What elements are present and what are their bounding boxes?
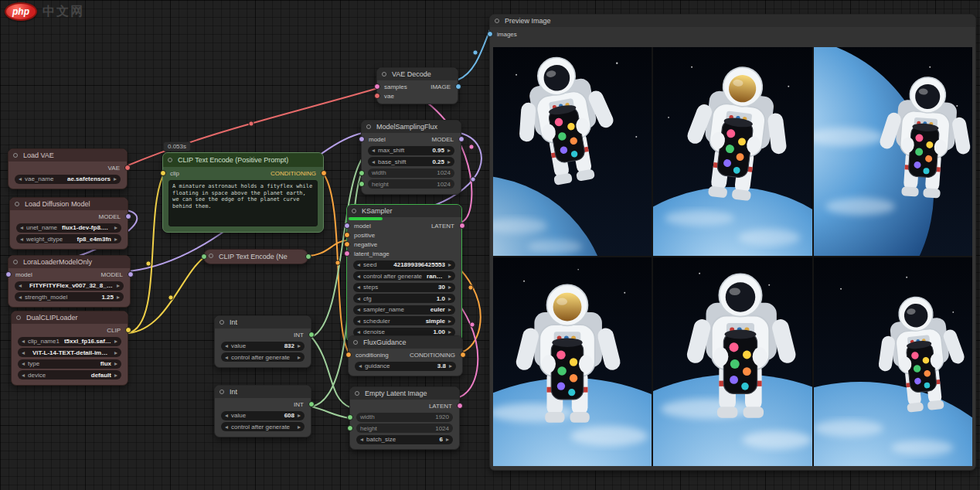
widget-type[interactable]: type flux xyxy=(18,359,121,369)
node-model-sampling-flux[interactable]: ModelSamplingFlux model MODEL max_shift … xyxy=(361,120,461,195)
output-slot-latent[interactable] xyxy=(459,223,465,229)
input-slot-model[interactable] xyxy=(5,271,12,277)
preview-image-4[interactable] xyxy=(493,257,652,466)
node-titlebar[interactable]: KSampler xyxy=(347,205,461,217)
widget-lora-name[interactable]: FITYFITYFlex_v007_32_8_rank32_bf16 ... xyxy=(15,281,124,291)
widget-cfg[interactable]: cfg 1.0 xyxy=(353,294,455,303)
widget-clip-name1[interactable]: clip_name1 t5xxl_fp16.safetensors xyxy=(18,337,121,346)
node-clip-text-encode-positive[interactable]: CLIP Text Encode (Positive Prompt) clip … xyxy=(162,152,324,233)
widget-device[interactable]: device default xyxy=(18,370,121,379)
widget-vae-name[interactable]: vae_name ae.safetensors xyxy=(15,175,121,184)
input-slot-height[interactable] xyxy=(347,425,353,431)
collapse-icon[interactable] xyxy=(352,209,356,213)
widget-steps[interactable]: steps 30 xyxy=(353,283,455,292)
widget-scheduler[interactable]: scheduler simple xyxy=(353,316,455,325)
node-vae-decode[interactable]: VAE Decode samples IMAGE vae xyxy=(376,67,458,104)
output-slot-int[interactable] xyxy=(308,332,315,338)
output-slot-int[interactable] xyxy=(308,401,315,407)
input-slot-width[interactable] xyxy=(347,414,353,420)
preview-image-5[interactable] xyxy=(653,257,812,466)
collapsed-output-slot[interactable] xyxy=(305,254,311,260)
input-slot-model[interactable] xyxy=(359,136,365,142)
node-int-height[interactable]: Int INT value 608 control after generate… xyxy=(214,385,311,437)
node-load-diffusion-model[interactable]: Load Diffusion Model MODEL unet_name flu… xyxy=(9,197,128,250)
widget-unet-name[interactable]: unet_name flux1-dev-fp8.safetensors xyxy=(16,223,121,233)
node-titlebar[interactable]: LoraLoaderModelOnly xyxy=(9,256,130,268)
widget-base-shift[interactable]: base_shift 0.25 xyxy=(368,157,454,166)
input-slot-conditioning[interactable] xyxy=(345,352,352,358)
output-slot-model[interactable] xyxy=(458,136,464,142)
widget-seed[interactable]: seed 421899396425553 xyxy=(353,260,455,270)
input-slot-latent-image[interactable] xyxy=(344,250,350,257)
node-lora-loader-model-only[interactable]: LoraLoaderModelOnly model MODEL FITYFITY… xyxy=(8,255,131,308)
input-widget-height[interactable]: height 1024 xyxy=(356,424,453,433)
input-slot-negative[interactable] xyxy=(344,241,350,247)
node-titlebar[interactable]: Preview Image xyxy=(490,15,975,27)
collapse-icon[interactable] xyxy=(382,72,386,77)
output-slot-clip[interactable] xyxy=(125,327,131,333)
collapse-icon[interactable] xyxy=(219,320,224,325)
node-preview-image[interactable]: Preview Image images xyxy=(489,14,976,471)
output-slot-conditioning[interactable] xyxy=(460,352,466,358)
input-widget-height[interactable]: height 1024 xyxy=(368,179,454,189)
collapsed-input-slot[interactable] xyxy=(201,254,207,260)
preview-image-3[interactable] xyxy=(814,47,972,256)
collapse-icon[interactable] xyxy=(16,315,21,320)
node-titlebar[interactable]: DualCLIPLoader xyxy=(12,311,128,324)
node-titlebar[interactable]: Load Diffusion Model xyxy=(10,198,128,210)
node-load-vae[interactable]: Load VAE VAE vae_name ae.safetensors xyxy=(8,148,128,189)
input-slot-clip[interactable] xyxy=(160,170,166,176)
node-titlebar[interactable]: CLIP Text Encode (Positive Prompt) xyxy=(163,153,323,167)
widget-control-after-generate[interactable]: control after generate randomize xyxy=(353,271,455,281)
input-slot-positive[interactable] xyxy=(344,232,350,238)
node-titlebar[interactable]: FluxGuidance xyxy=(349,336,462,349)
collapse-icon[interactable] xyxy=(168,158,172,162)
preview-image-6[interactable] xyxy=(814,257,972,466)
widget-max-shift[interactable]: max_shift 0.95 xyxy=(368,146,454,155)
input-widget-width[interactable]: width 1920 xyxy=(356,413,453,422)
collapse-icon[interactable] xyxy=(366,124,371,129)
node-titlebar[interactable]: ModelSamplingFlux xyxy=(362,121,461,133)
widget-value[interactable]: value 832 xyxy=(221,342,305,351)
output-slot-model[interactable] xyxy=(125,213,131,219)
widget-control-after-generate[interactable]: control after generate fixed xyxy=(221,422,305,431)
node-ksampler[interactable]: KSampler model LATENT positive negative … xyxy=(346,204,462,342)
preview-image-1[interactable] xyxy=(493,47,652,256)
collapse-icon[interactable] xyxy=(13,153,18,158)
widget-clip-name2[interactable]: ViT-L-14-TEXT-detail-improved-hiT-GmP-..… xyxy=(18,348,121,357)
node-empty-latent-image[interactable]: Empty Latent Image LATENT width 1920 hei… xyxy=(349,386,460,450)
widget-sampler-name[interactable]: sampler_name euler xyxy=(353,305,455,315)
node-titlebar[interactable]: CLIP Text Encode (Ne xyxy=(204,250,308,264)
output-slot-conditioning[interactable] xyxy=(321,170,327,176)
node-titlebar[interactable]: Empty Latent Image xyxy=(350,387,459,400)
collapse-icon[interactable] xyxy=(353,340,358,345)
output-slot-image[interactable] xyxy=(455,83,461,90)
collapse-icon[interactable] xyxy=(355,391,359,396)
widget-strength-model[interactable]: strength_model 1.25 xyxy=(15,292,124,301)
node-dual-clip-loader[interactable]: DualCLIPLoader CLIP clip_name1 t5xxl_fp1… xyxy=(11,311,128,386)
node-titlebar[interactable]: Int xyxy=(215,386,311,398)
widget-control-after-generate[interactable]: control after generate fixed xyxy=(221,352,305,362)
node-flux-guidance[interactable]: FluxGuidance conditioning CONDITIONING g… xyxy=(348,335,463,376)
widget-guidance[interactable]: guidance 3.8 xyxy=(355,362,456,371)
node-titlebar[interactable]: VAE Decode xyxy=(377,68,458,80)
node-titlebar[interactable]: Load VAE xyxy=(9,149,127,162)
collapse-icon[interactable] xyxy=(13,260,18,264)
widget-batch-size[interactable]: batch_size 6 xyxy=(356,435,453,444)
widget-weight-dtype[interactable]: weight_dtype fp8_e4m3fn xyxy=(16,234,121,243)
collapse-icon[interactable] xyxy=(15,202,19,206)
input-slot-height[interactable] xyxy=(359,181,365,187)
input-widget-width[interactable]: width 1024 xyxy=(368,168,454,178)
prompt-textarea[interactable]: A minature astronaut holds a fityflex wh… xyxy=(168,180,318,226)
preview-image-2[interactable] xyxy=(653,47,812,256)
input-slot-samples[interactable] xyxy=(374,83,380,90)
collapse-icon[interactable] xyxy=(219,390,224,394)
output-slot-latent[interactable] xyxy=(457,403,463,409)
widget-value[interactable]: value 608 xyxy=(221,411,305,420)
input-slot-vae[interactable] xyxy=(374,93,380,99)
collapse-icon[interactable] xyxy=(209,254,213,258)
output-slot-vae[interactable] xyxy=(124,165,131,171)
input-slot-width[interactable] xyxy=(359,170,365,176)
input-slot-model[interactable] xyxy=(344,223,350,229)
node-int-width[interactable]: Int INT value 832 control after generate… xyxy=(214,315,311,368)
